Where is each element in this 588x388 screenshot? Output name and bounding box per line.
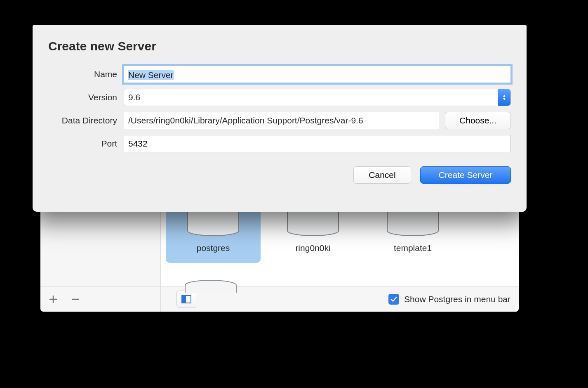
- database-label: template1: [394, 243, 432, 253]
- create-server-sheet: Create new Server Name New Server Versio…: [33, 25, 527, 212]
- database-label: postgres: [197, 243, 230, 253]
- name-label: Name: [48, 69, 124, 79]
- data-directory-label: Data Directory: [48, 116, 124, 125]
- sheet-title: Create new Server: [48, 39, 511, 53]
- choose-directory-button[interactable]: Choose...: [445, 112, 511, 129]
- name-input[interactable]: [124, 66, 511, 83]
- database-label: ring0n0ki: [295, 243, 330, 253]
- stepper-icon: ▲▼: [498, 89, 510, 106]
- version-value: 9.6: [128, 92, 140, 102]
- database-icon: [184, 279, 238, 293]
- show-in-menubar-checkbox[interactable]: [388, 294, 399, 305]
- toggle-sidebar-button[interactable]: [176, 291, 196, 308]
- create-server-button[interactable]: Create Server: [420, 166, 511, 184]
- version-label: Version: [48, 92, 124, 102]
- port-input[interactable]: [124, 135, 511, 152]
- version-select[interactable]: 9.6 ▲▼: [124, 89, 511, 106]
- show-in-menubar-label: Show Postgres in menu bar: [404, 294, 510, 304]
- add-server-button[interactable]: [47, 293, 59, 305]
- data-directory-field[interactable]: /Users/ring0n0ki/Library/Application Sup…: [124, 112, 439, 129]
- checkmark-icon: [390, 296, 397, 303]
- remove-server-button[interactable]: [69, 293, 82, 305]
- cancel-button[interactable]: Cancel: [353, 166, 411, 184]
- sidebar-icon: [181, 295, 191, 303]
- port-label: Port: [48, 139, 124, 149]
